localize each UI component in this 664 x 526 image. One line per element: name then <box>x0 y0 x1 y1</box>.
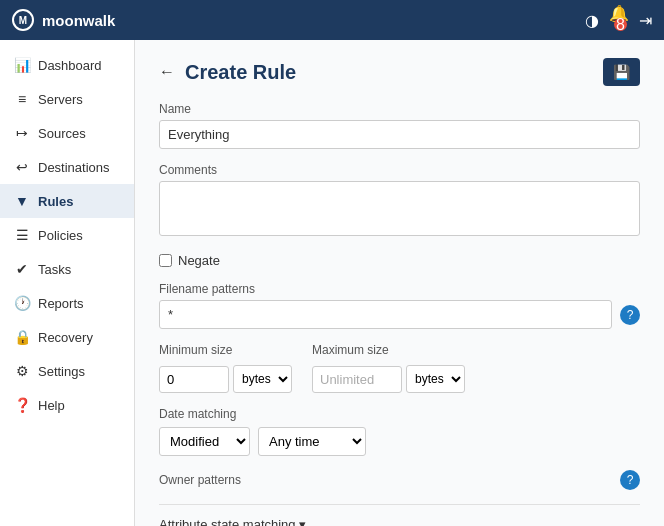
min-size-label: Minimum size <box>159 343 292 357</box>
name-input[interactable] <box>159 120 640 149</box>
max-size-group: Maximum size bytes KB MB GB <box>312 343 465 393</box>
sidebar-item-settings[interactable]: ⚙ Settings <box>0 354 134 388</box>
min-size-input[interactable] <box>159 366 229 393</box>
owner-patterns-group: Owner patterns ? <box>159 470 640 490</box>
main-content: ← Create Rule 💾 Name Comments Negate Fil… <box>135 40 664 526</box>
owner-help-icon[interactable]: ? <box>620 470 640 490</box>
min-size-group: Minimum size bytes KB MB GB <box>159 343 292 393</box>
recovery-icon: 🔒 <box>14 329 30 345</box>
layout: 📊 Dashboard ≡ Servers ↦ Sources ↩ Destin… <box>0 40 664 526</box>
negate-row: Negate <box>159 253 640 268</box>
sidebar-item-recovery[interactable]: 🔒 Recovery <box>0 320 134 354</box>
sidebar-label-dashboard: Dashboard <box>38 58 102 73</box>
min-size-unit-select[interactable]: bytes KB MB GB <box>233 365 292 393</box>
sidebar-item-policies[interactable]: ☰ Policies <box>0 218 134 252</box>
tasks-icon: ✔ <box>14 261 30 277</box>
reports-icon: 🕐 <box>14 295 30 311</box>
help-icon: ❓ <box>14 397 30 413</box>
sidebar-item-reports[interactable]: 🕐 Reports <box>0 286 134 320</box>
theme-icon[interactable]: ◑ <box>585 11 599 30</box>
policies-icon: ☰ <box>14 227 30 243</box>
date-matching-group: Date matching Modified Accessed Created … <box>159 407 640 456</box>
sidebar-item-help[interactable]: ❓ Help <box>0 388 134 422</box>
max-size-label: Maximum size <box>312 343 465 357</box>
brand-name: moonwalk <box>42 12 115 29</box>
attribute-state-label: Attribute state matching ▾ <box>159 517 306 526</box>
rules-icon: ▼ <box>14 193 30 209</box>
servers-icon: ≡ <box>14 91 30 107</box>
dashboard-icon: 📊 <box>14 57 30 73</box>
brand: M moonwalk <box>12 9 115 31</box>
comments-label: Comments <box>159 163 640 177</box>
sidebar-item-rules[interactable]: ▼ Rules <box>0 184 134 218</box>
comments-input[interactable] <box>159 181 640 236</box>
sidebar-label-reports: Reports <box>38 296 84 311</box>
save-button[interactable]: 💾 <box>603 58 640 86</box>
sidebar-item-dashboard[interactable]: 📊 Dashboard <box>0 48 134 82</box>
sidebar-label-sources: Sources <box>38 126 86 141</box>
sidebar-label-recovery: Recovery <box>38 330 93 345</box>
negate-label: Negate <box>178 253 220 268</box>
sidebar-label-policies: Policies <box>38 228 83 243</box>
filename-patterns-label: Filename patterns <box>159 282 640 296</box>
back-button[interactable]: ← <box>159 63 175 81</box>
sidebar-item-servers[interactable]: ≡ Servers <box>0 82 134 116</box>
sidebar-item-destinations[interactable]: ↩ Destinations <box>0 150 134 184</box>
filename-patterns-input[interactable] <box>159 300 612 329</box>
sources-icon: ↦ <box>14 125 30 141</box>
destinations-icon: ↩ <box>14 159 30 175</box>
sidebar: 📊 Dashboard ≡ Servers ↦ Sources ↩ Destin… <box>0 40 135 526</box>
comments-group: Comments <box>159 163 640 239</box>
sidebar-label-settings: Settings <box>38 364 85 379</box>
logo-icon: M <box>12 9 34 31</box>
owner-patterns-label: Owner patterns <box>159 473 241 487</box>
filename-patterns-group: Filename patterns ? <box>159 282 640 329</box>
sidebar-item-sources[interactable]: ↦ Sources <box>0 116 134 150</box>
date-anytime-select[interactable]: Any time Last 7 days Last 30 days Last y… <box>258 427 366 456</box>
notifications-icon[interactable]: 🔔 8 <box>609 4 629 36</box>
sidebar-label-servers: Servers <box>38 92 83 107</box>
notification-badge: 8 <box>614 18 627 31</box>
name-label: Name <box>159 102 640 116</box>
page-header: ← Create Rule 💾 <box>159 58 640 86</box>
sidebar-item-tasks[interactable]: ✔ Tasks <box>0 252 134 286</box>
max-size-input[interactable] <box>312 366 402 393</box>
sidebar-label-help: Help <box>38 398 65 413</box>
logout-icon[interactable]: ⇥ <box>639 11 652 30</box>
sidebar-label-destinations: Destinations <box>38 160 110 175</box>
max-size-unit-select[interactable]: bytes KB MB GB <box>406 365 465 393</box>
date-matching-label: Date matching <box>159 407 640 421</box>
sidebar-label-tasks: Tasks <box>38 262 71 277</box>
navbar: M moonwalk ◑ 🔔 8 ⇥ <box>0 0 664 40</box>
settings-icon: ⚙ <box>14 363 30 379</box>
size-row: Minimum size bytes KB MB GB Maximum size <box>159 343 640 393</box>
page-title: Create Rule <box>185 61 296 84</box>
navbar-icons: ◑ 🔔 8 ⇥ <box>585 4 652 36</box>
filename-help-icon[interactable]: ? <box>620 305 640 325</box>
name-group: Name <box>159 102 640 149</box>
sidebar-label-rules: Rules <box>38 194 73 209</box>
date-modified-select[interactable]: Modified Accessed Created <box>159 427 250 456</box>
negate-checkbox[interactable] <box>159 254 172 267</box>
attribute-state-row[interactable]: Attribute state matching ▾ <box>159 504 640 526</box>
